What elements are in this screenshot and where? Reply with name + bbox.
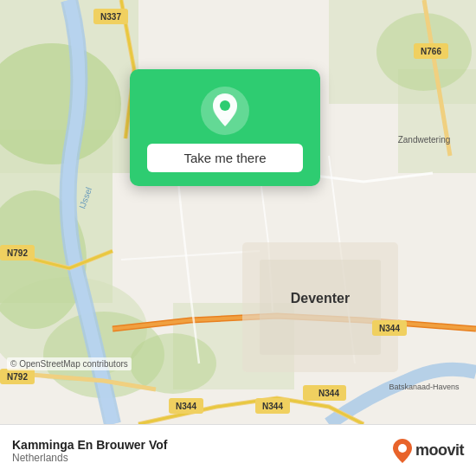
place-info: Kamminga En Brouwer Vof Netherlands [12, 438, 167, 464]
svg-text:N792: N792 [7, 248, 28, 258]
svg-text:Batskanaad-Havens: Batskanaad-Havens [389, 383, 460, 391]
svg-text:N344: N344 [176, 402, 196, 411]
svg-text:N344: N344 [318, 389, 339, 398]
moovit-logo: moovit [393, 439, 464, 463]
svg-text:N344: N344 [262, 402, 283, 411]
info-bar: Kamminga En Brouwer Vof Netherlands moov… [0, 424, 476, 476]
take-me-there-button[interactable]: Take me there [147, 144, 303, 172]
svg-text:N792: N792 [7, 372, 28, 382]
moovit-pin-icon [393, 439, 412, 463]
map-container: N337 N766 N792 N792 N344 N344 N344 Deven… [0, 0, 476, 424]
svg-point-11 [130, 333, 216, 394]
svg-point-37 [220, 100, 230, 111]
svg-text:Deventer: Deventer [291, 291, 350, 306]
svg-text:N344: N344 [379, 324, 400, 333]
location-card[interactable]: Take me there [130, 69, 320, 186]
svg-text:Zandwetering: Zandwetering [398, 135, 451, 145]
svg-text:N337: N337 [100, 12, 121, 22]
place-country: Netherlands [12, 452, 167, 464]
svg-point-38 [398, 444, 407, 453]
location-pin-icon [201, 87, 249, 135]
place-name: Kamminga En Brouwer Vof [12, 438, 167, 452]
svg-text:N766: N766 [421, 47, 441, 56]
map-attribution: © OpenStreetMap contributors [7, 357, 132, 370]
moovit-text: moovit [415, 441, 464, 460]
svg-rect-13 [260, 260, 381, 355]
